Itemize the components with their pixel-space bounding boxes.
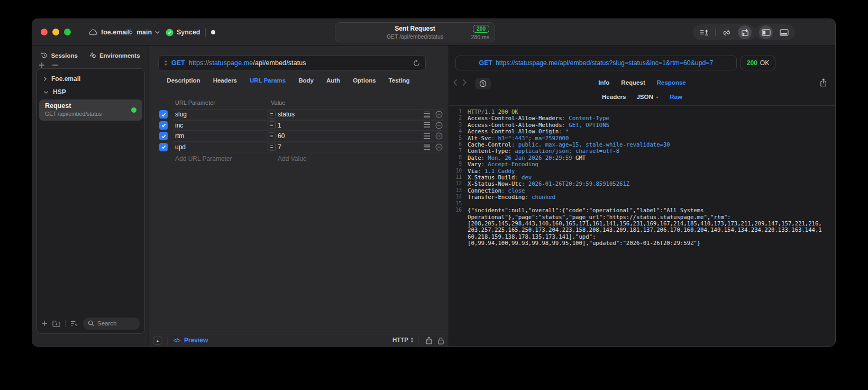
line-number [449, 233, 462, 240]
footer-divider [167, 337, 168, 344]
zoom-window-button[interactable] [64, 29, 71, 35]
response-body[interactable]: 1HTTP/1.1 200 OK2Access-Control-Allow-He… [449, 108, 835, 346]
sent-request-url[interactable]: GET https://statuspage.me/api/embed/stat… [455, 56, 737, 70]
line-number: 9 [449, 161, 462, 167]
request-tab-auth[interactable]: Auth [326, 77, 340, 84]
line-number: 4 [449, 128, 462, 134]
protocol-selector[interactable]: HTTP [392, 337, 414, 343]
param-enabled-checkbox[interactable] [159, 143, 168, 151]
request-url[interactable]: https://statuspage.me/api/embed/status [189, 59, 306, 67]
expand-panel-button[interactable]: ▲ [153, 337, 162, 344]
request-tab-body[interactable]: Body [298, 77, 314, 84]
sidebar-tab-environments[interactable]: Environments [89, 52, 140, 59]
response-tab-request[interactable]: Request [621, 79, 645, 86]
share-icon[interactable] [426, 337, 432, 344]
add-param-placeholder[interactable]: Add URL Parameter [175, 155, 232, 162]
param-value-field[interactable]: status [278, 111, 295, 118]
toggle-sidebar-button[interactable] [759, 25, 773, 39]
sidebar: Sessions Environments [32, 46, 149, 346]
code-line: 5Alt-Svc: h3=":443"; ma=2592000 [449, 135, 835, 141]
remove-item-button[interactable] [52, 62, 58, 68]
remove-param-button[interactable] [435, 111, 443, 118]
equals-badge: = [268, 143, 276, 151]
add-value-placeholder[interactable]: Add Value [278, 155, 307, 162]
sidebar-tab-sessions[interactable]: Sessions [41, 52, 78, 59]
tree-item-hsp[interactable]: HSP [43, 86, 140, 98]
param-enabled-checkbox[interactable] [159, 110, 168, 119]
search-input[interactable]: Search [83, 318, 140, 330]
import-request-button[interactable] [738, 25, 752, 39]
close-window-button[interactable] [41, 29, 48, 35]
request-tab-headers[interactable]: Headers [213, 77, 237, 84]
request-list-item-selected[interactable]: Request GET /api/embed/status [39, 99, 142, 121]
param-value-field[interactable]: 60 [278, 132, 285, 140]
equals-badge: = [268, 121, 276, 129]
code-text: Access-Control-Allow-Methods: GET, OPTIO… [468, 122, 609, 128]
sort-filter-button[interactable] [70, 321, 78, 326]
param-options-icon[interactable] [424, 133, 430, 139]
code-line: 15 [449, 201, 835, 207]
tree-item-foe-email[interactable]: Foe.email [43, 73, 140, 85]
traffic-lights [41, 29, 71, 35]
response-tab-response[interactable]: Response [657, 79, 686, 86]
new-request-button[interactable] [41, 320, 48, 326]
merge-loop-button[interactable] [720, 25, 734, 39]
response-subtab-raw[interactable]: Raw [670, 94, 682, 100]
app-window: foe.email main Synced Sent Request GET /… [32, 19, 836, 347]
protocol-label: HTTP [392, 337, 408, 343]
request-tab-testing[interactable]: Testing [389, 77, 410, 84]
new-folder-button[interactable] [52, 320, 60, 327]
share-icon [820, 78, 827, 87]
param-value-field[interactable]: 1 [278, 122, 281, 129]
branch-name: main [136, 29, 152, 36]
request-tab-url-params[interactable]: URL Params [250, 77, 286, 84]
resend-request-button[interactable] [413, 60, 420, 67]
export-lines-button[interactable] [697, 25, 711, 39]
line-number [449, 226, 462, 233]
remove-param-button[interactable] [435, 132, 443, 140]
request-method[interactable]: GET [171, 59, 185, 67]
response-subtab-json[interactable]: JSON⌄ [636, 94, 659, 100]
project-menu[interactable]: foe.email [88, 19, 130, 46]
param-name-field[interactable]: inc [175, 122, 183, 129]
line-number [449, 220, 462, 226]
param-enabled-checkbox[interactable] [159, 132, 168, 140]
param-options-icon[interactable] [424, 112, 430, 117]
response-tab-info[interactable]: Info [598, 79, 609, 86]
remove-param-button[interactable] [435, 122, 443, 129]
param-name-field[interactable]: slug [175, 111, 187, 118]
request-tab-options[interactable]: Options [353, 77, 376, 84]
branch-selector[interactable]: main [129, 19, 160, 46]
response-subtab-headers[interactable]: Headers [602, 94, 626, 100]
param-options-icon[interactable] [424, 122, 430, 128]
lock-icon[interactable] [438, 337, 444, 344]
request-summary[interactable]: Sent Request GET /api/embed/status 200 2… [335, 22, 495, 42]
add-param-row[interactable]: Add URL Parameter Add Value [149, 153, 449, 164]
line-number: 12 [449, 180, 462, 187]
param-row: slug=status [149, 109, 449, 120]
request-tab-description[interactable]: Description [167, 77, 200, 84]
param-options-icon[interactable] [424, 144, 430, 150]
equals-badge: = [268, 111, 276, 119]
code-line: [0,99.94,100,99.93,99.98,99.95,100],"upd… [449, 240, 835, 246]
code-line: 1HTTP/1.1 200 OK [449, 108, 835, 115]
param-enabled-checkbox[interactable] [159, 121, 168, 130]
param-value-field[interactable]: 7 [278, 143, 281, 151]
request-url-bar[interactable]: GET https://statuspage.me/api/embed/stat… [158, 56, 426, 70]
remove-param-button[interactable] [435, 143, 443, 151]
request-panel: GET https://statuspage.me/api/embed/stat… [149, 46, 449, 346]
param-name-field[interactable]: upd [175, 143, 186, 151]
toggle-bottom-panel-button[interactable] [777, 25, 791, 39]
minimize-window-button[interactable] [52, 29, 59, 35]
response-status-text: OK [760, 59, 769, 67]
sync-status[interactable]: Synced [166, 19, 200, 46]
response-method: GET [479, 59, 492, 67]
line-number: 13 [449, 187, 462, 194]
line-number: 11 [449, 174, 462, 180]
export-response-button[interactable] [820, 78, 827, 87]
code-text: 203,257,225,165,250,173,204,223,158,208,… [468, 226, 822, 233]
method-updown-icon[interactable] [164, 60, 168, 66]
param-name-field[interactable]: rtm [175, 132, 184, 140]
preview-button[interactable]: </> Preview [173, 337, 208, 344]
add-item-button[interactable] [39, 62, 45, 68]
